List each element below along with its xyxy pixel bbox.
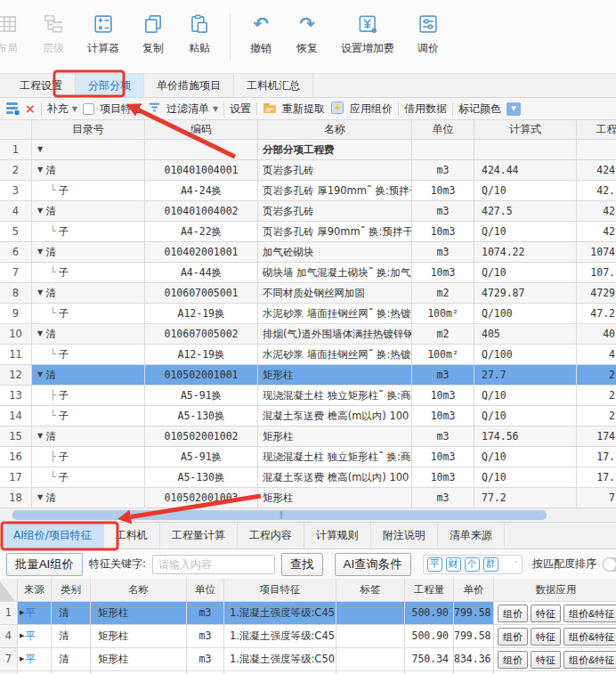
unit-cell[interactable]: m2: [412, 324, 474, 345]
row-number[interactable]: 3: [0, 181, 32, 201]
col-unit-price[interactable]: 单价: [454, 579, 494, 602]
name-cell[interactable]: 混凝土泵送费 檐高(m以内) 100: [258, 467, 412, 488]
col-unit[interactable]: 单位: [187, 579, 224, 602]
col-quantity[interactable]: 工程量: [577, 120, 616, 140]
row-number[interactable]: 2: [0, 160, 32, 181]
chip-qun[interactable]: 群: [483, 557, 498, 572]
copy-button[interactable]: 复制: [130, 12, 176, 56]
row-number[interactable]: 4: [0, 625, 18, 648]
row-number[interactable]: 14: [0, 406, 32, 426]
unit-cell[interactable]: 10m3: [412, 181, 474, 201]
formula-cell[interactable]: Q/10: [474, 467, 577, 488]
code-cell[interactable]: 010401004001: [145, 160, 258, 181]
unit-cell[interactable]: m3: [412, 426, 474, 447]
quantity-cell[interactable]: 42: [577, 222, 616, 242]
row-number[interactable]: 12: [0, 365, 32, 386]
table-row[interactable]: 4 ▼清 010401004002 页岩多孔砖 m3 427.5 42: [0, 201, 616, 222]
batch-ai-pricing-button[interactable]: 批量AI组价: [6, 553, 83, 576]
expand-arrow-icon[interactable]: ▶: [20, 648, 24, 670]
tree-cell[interactable]: ▼: [32, 140, 145, 160]
insert-row-icon[interactable]: [5, 101, 20, 118]
row-number[interactable]: 7: [0, 263, 32, 283]
formula-cell[interactable]: Q/10: [474, 386, 577, 406]
quantity-cell[interactable]: 500.90: [405, 602, 454, 625]
formula-cell[interactable]: Q/10: [474, 406, 577, 426]
table-row[interactable]: 17 └子 A5-130换 混凝土泵送费 檐高(m以内) 100 10m3 Q/…: [0, 467, 616, 488]
name-cell[interactable]: 水泥砂浆 墙面挂钢丝网˜ 换:热镀锌钢丝网，...: [258, 304, 412, 324]
expand-arrow-icon[interactable]: ▶: [20, 602, 24, 624]
quantity-cell[interactable]: 42: [577, 201, 616, 222]
row-number[interactable]: 1: [0, 602, 18, 625]
unit-cell[interactable]: m2: [412, 283, 474, 304]
tree-expander-icon[interactable]: ▼: [37, 242, 43, 262]
unit-cell[interactable]: m3: [412, 365, 474, 386]
table-row[interactable]: 18 ▼清 010502001003 矩形柱 m3 77.2 7: [0, 488, 616, 508]
formula-cell[interactable]: Q/10: [474, 181, 577, 201]
tab-quantity-calc[interactable]: 工程量计算: [160, 523, 238, 548]
tree-cell[interactable]: ├子: [32, 386, 145, 406]
apply-pricing-button[interactable]: 组价: [498, 651, 528, 669]
quantity-cell[interactable]: 2: [577, 386, 616, 406]
col-feature[interactable]: 项目特征: [224, 579, 336, 602]
tree-cell[interactable]: └子: [32, 181, 145, 201]
set-extra-fee-button[interactable]: 设置增加费: [330, 12, 405, 56]
tab-fenbu-fenxiang[interactable]: 分部分项: [76, 74, 144, 97]
unit-cell[interactable]: 10m3: [412, 447, 474, 467]
tree-expander-icon[interactable]: ├: [50, 386, 56, 405]
paste-button[interactable]: 粘贴: [176, 12, 223, 56]
feature-cell[interactable]: 1.混凝土强度等级:C50...: [224, 648, 336, 671]
tab-notes[interactable]: 附注说明: [371, 523, 438, 548]
chip-ge[interactable]: 个: [465, 557, 480, 572]
table-row[interactable]: 13 ├子 A5-91换 现浇混凝土柱 独立矩形柱˜ 换:商品混凝土 (... …: [0, 386, 616, 406]
tree-cell[interactable]: ▼清: [32, 242, 145, 263]
tree-cell[interactable]: └子: [32, 263, 145, 283]
tree-expander-icon[interactable]: └: [50, 222, 56, 241]
col-code[interactable]: 编码: [145, 120, 258, 140]
undo-button[interactable]: ↶ 撤销: [238, 12, 284, 56]
col-tag[interactable]: 标签: [336, 579, 405, 602]
unit-cell[interactable]: m3: [187, 602, 224, 625]
horizontal-scrollbar[interactable]: ‖: [0, 508, 616, 522]
name-cell[interactable]: 砌块墙 加气混凝土砌块˜ 换:加气专用砌筑砂...: [258, 263, 412, 283]
code-cell[interactable]: [145, 140, 258, 160]
unit-cell[interactable]: 10m3: [412, 386, 474, 406]
col-source[interactable]: 来源: [18, 579, 52, 602]
table-row[interactable]: 11 └子 A12-19换 水泥砂浆 墙面挂钢丝网˜ 换:热镀锌钢丝网，... …: [0, 345, 616, 365]
tree-cell[interactable]: ▼清: [32, 201, 145, 222]
row-number[interactable]: 4: [0, 201, 32, 222]
unit-cell[interactable]: 10m3: [412, 467, 474, 488]
quantity-cell[interactable]: 4729: [577, 283, 616, 304]
table-row[interactable]: 3 └子 A4-24换 页岩多孔砖 厚190mm˜ 换:预拌干混砌筑砂浆 D..…: [0, 181, 616, 201]
quantity-cell[interactable]: 17.: [577, 447, 616, 467]
unit-cell[interactable]: m3: [412, 201, 474, 222]
table-row[interactable]: 1 ▶平 清 矩形柱 m3 1.混凝土强度等级:C45... 500.90 79…: [0, 602, 616, 625]
name-cell[interactable]: 现浇混凝土柱 独立矩形柱˜ 换:商品混凝土 (...: [258, 447, 412, 467]
tree-cell[interactable]: ▼清: [32, 283, 145, 304]
quantity-cell[interactable]: 2: [577, 365, 616, 386]
code-cell[interactable]: A5-91换: [145, 447, 258, 467]
feature-cell[interactable]: 1.混凝土强度等级:C45...: [224, 625, 336, 648]
code-cell[interactable]: 010607005001: [145, 283, 258, 304]
table-row[interactable]: 8 ▼清 010607005001 不同材质处钢丝网加固 m2 4729.87 …: [0, 283, 616, 304]
row-number[interactable]: 13: [0, 386, 32, 406]
apply-price-button[interactable]: 应用组价: [350, 102, 393, 117]
filter-list-button[interactable]: 过滤清单: [166, 102, 209, 117]
name-cell[interactable]: 页岩多孔砖 厚90mm˜ 换:预拌干混砌筑砂浆 DM...: [258, 222, 412, 242]
formula-cell[interactable]: 77.2: [474, 488, 577, 508]
name-cell[interactable]: 页岩多孔砖 厚190mm˜ 换:预拌干混砌筑砂浆 D...: [258, 181, 412, 201]
name-cell[interactable]: 水泥砂浆 墙面挂钢丝网˜ 换:热镀锌钢丝网，...: [258, 345, 412, 365]
name-cell[interactable]: 现浇混凝土柱 独立矩形柱˜ 换:商品混凝土 (...: [258, 386, 412, 406]
chip-ping[interactable]: 平: [427, 557, 442, 572]
tree-cell[interactable]: ▼清: [32, 426, 145, 447]
code-cell[interactable]: A12-19换: [145, 304, 258, 324]
tree-cell[interactable]: ▼清: [32, 365, 145, 386]
tree-expander-icon[interactable]: ▼: [37, 201, 43, 221]
formula-cell[interactable]: Q/10: [474, 263, 577, 283]
formula-cell[interactable]: 4729.87: [474, 283, 577, 304]
tree-expander-icon[interactable]: ▼: [37, 488, 43, 508]
grid-corner-cell[interactable]: [0, 120, 32, 140]
formula-cell[interactable]: Q/10: [474, 222, 577, 242]
table-row[interactable]: 9 └子 A12-19换 水泥砂浆 墙面挂钢丝网˜ 换:热镀锌钢丝网，... 1…: [0, 304, 616, 324]
quantity-cell[interactable]: 42.: [577, 181, 616, 201]
borrow-data-button[interactable]: 借用数据: [404, 102, 447, 117]
